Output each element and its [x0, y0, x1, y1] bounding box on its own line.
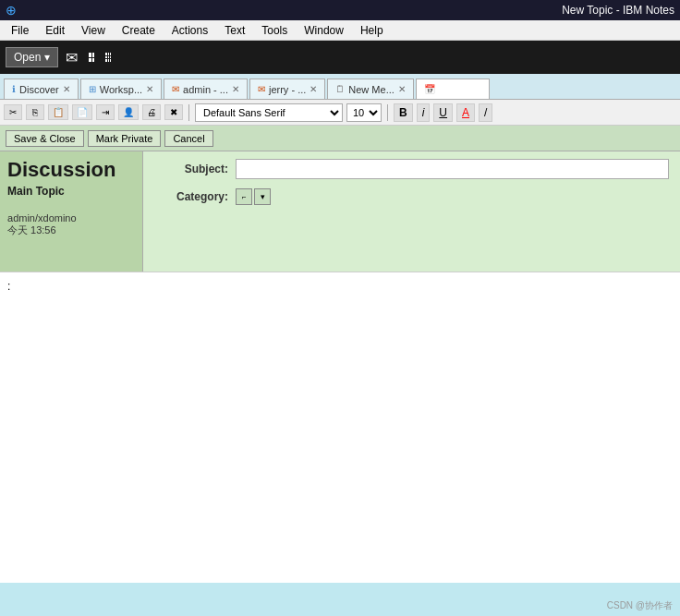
open-label: Open: [14, 51, 41, 64]
newtopic-tab-icon: 📅: [424, 84, 435, 94]
highlight-button[interactable]: /: [479, 103, 492, 122]
worksp-tab-close[interactable]: ✕: [146, 84, 153, 94]
author-name: admin/xdomino: [7, 212, 135, 223]
discussion-title-partial: scussion: [28, 158, 115, 181]
font-color-button[interactable]: A: [456, 103, 475, 122]
discussion-title: Discussion: [7, 159, 135, 181]
mark-private-button[interactable]: Mark Private: [88, 130, 162, 147]
action-bar: Save & Close Mark Private Cancel: [0, 126, 680, 151]
admin-tab-label: admin - ...: [183, 84, 228, 95]
author-info: admin/xdomino 今天 13:56: [7, 212, 135, 237]
form-area: Subject: Category: ⌐ ▾: [143, 151, 680, 272]
menu-bar: File Edit View Create Actions Text Tools…: [0, 20, 680, 41]
indent-icon[interactable]: ⇥: [96, 104, 115, 120]
newme-tab-label: New Me...: [348, 84, 395, 95]
menu-view[interactable]: View: [74, 22, 113, 39]
category-box: ⌐: [236, 188, 252, 205]
discover-tab-close[interactable]: ✕: [63, 84, 70, 94]
tabs-bar: ℹ Discover ✕ ⊞ Worksp... ✕ ✉ admin - ...…: [0, 74, 680, 100]
apps-icon[interactable]: [102, 51, 115, 64]
person-icon[interactable]: 👤: [118, 104, 139, 120]
tab-newme[interactable]: 🗒 New Me... ✕: [327, 79, 414, 99]
category-input-group: ⌐ ▾: [236, 188, 271, 205]
menu-window[interactable]: Window: [297, 22, 351, 39]
newme-tab-close[interactable]: ✕: [398, 84, 406, 94]
newme-tab-icon: 🗒: [335, 84, 345, 94]
category-row: Category: ⌐ ▾: [154, 188, 669, 205]
admin-tab-icon: ✉: [172, 84, 179, 94]
admin-tab-close[interactable]: ✕: [232, 84, 239, 94]
worksp-tab-label: Worksp...: [100, 84, 142, 95]
window-title: New Topic - IBM Notes: [562, 4, 674, 17]
menu-file[interactable]: File: [4, 22, 36, 39]
main-content: Discussion Main Topic admin/xdomino 今天 1…: [0, 151, 680, 583]
tab-worksp[interactable]: ⊞ Worksp... ✕: [80, 79, 162, 99]
category-corner-icon: ⌐: [242, 193, 247, 201]
app-logo: ⊕: [6, 3, 17, 18]
menu-create[interactable]: Create: [115, 22, 163, 39]
discover-tab-label: Discover: [19, 84, 59, 95]
italic-button[interactable]: i: [417, 103, 431, 122]
tab-newtopic[interactable]: 📅: [416, 79, 490, 99]
grid-icon[interactable]: [85, 51, 98, 64]
format-toolbar: ✂ ⎘ 📋 📄 ⇥ 👤 🖨 ✖ Default Sans Serif 10 B …: [0, 100, 680, 126]
left-sidebar: Discussion Main Topic admin/xdomino 今天 1…: [0, 151, 143, 272]
font-name-select[interactable]: Default Sans Serif: [195, 103, 343, 122]
menu-tools[interactable]: Tools: [254, 22, 295, 39]
subject-label: Subject:: [154, 163, 228, 175]
tab-jerry[interactable]: ✉ jerry - ... ✕: [249, 79, 325, 99]
underline-button[interactable]: U: [433, 103, 453, 122]
title-bar: ⊕ New Topic - IBM Notes: [0, 0, 680, 20]
print-icon[interactable]: 🖨: [142, 104, 161, 120]
tab-admin[interactable]: ✉ admin - ... ✕: [164, 79, 248, 99]
category-label: Category:: [154, 190, 228, 203]
save-close-button[interactable]: Save & Close: [6, 130, 84, 147]
worksp-tab-icon: ⊞: [89, 84, 96, 94]
main-toolbar: Open ▾ ✉: [0, 41, 680, 74]
font-size-select[interactable]: 10: [346, 103, 382, 122]
subject-input[interactable]: [236, 159, 669, 179]
format-divider-1: [188, 104, 189, 121]
clipboard-icon[interactable]: 📄: [72, 104, 92, 120]
jerry-tab-close[interactable]: ✕: [310, 84, 317, 94]
subject-row: Subject:: [154, 159, 669, 179]
open-arrow-icon: ▾: [44, 51, 50, 64]
jerry-tab-icon: ✉: [258, 84, 265, 94]
discover-tab-icon: ℹ: [12, 84, 16, 94]
editor-area[interactable]: :: [0, 272, 680, 583]
delete-icon[interactable]: ✖: [164, 104, 183, 120]
bold-button[interactable]: B: [394, 103, 413, 122]
category-dropdown[interactable]: ▾: [254, 188, 271, 205]
menu-help[interactable]: Help: [353, 22, 391, 39]
format-divider-2: [387, 104, 388, 121]
main-topic-label: Main Topic: [7, 185, 135, 198]
watermark: CSDN @协作者: [607, 599, 673, 612]
cancel-button[interactable]: Cancel: [164, 130, 212, 147]
cut-icon[interactable]: ✂: [4, 104, 22, 120]
copy-icon[interactable]: ⎘: [26, 104, 44, 120]
open-button[interactable]: Open ▾: [6, 47, 58, 67]
jerry-tab-label: jerry - ...: [269, 84, 306, 95]
editor-initial-text: :: [7, 280, 10, 293]
mail-icon[interactable]: ✉: [62, 47, 81, 68]
menu-actions[interactable]: Actions: [164, 22, 215, 39]
tab-discover[interactable]: ℹ Discover ✕: [4, 79, 79, 99]
discussion-title-prefix: Di: [7, 158, 28, 181]
date-label: 今天 13:56: [7, 223, 135, 237]
menu-text[interactable]: Text: [217, 22, 252, 39]
paste-icon[interactable]: 📋: [48, 104, 68, 120]
menu-edit[interactable]: Edit: [38, 22, 72, 39]
